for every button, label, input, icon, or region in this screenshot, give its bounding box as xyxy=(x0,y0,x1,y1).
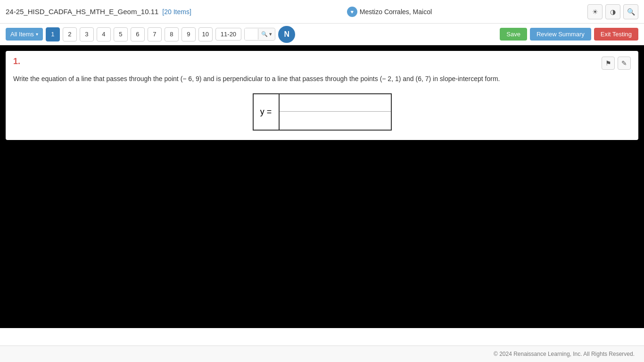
answer-area: y = xyxy=(13,93,631,131)
accessibility-button[interactable]: ☀ xyxy=(587,4,603,19)
answer-prefix: y = xyxy=(254,94,280,130)
question-card: 1. ⚑ ✎ Write the equation of a line that… xyxy=(6,51,638,140)
flag-icon: ⚑ xyxy=(605,59,611,67)
user-badge: ♥ Mestizo Corrales, Maicol xyxy=(347,7,432,17)
contrast-button[interactable]: ◑ xyxy=(605,4,620,19)
topbar-left: 24-25_HISD_CADFA_HS_MTH_E_Geom_10.11 [20… xyxy=(6,8,191,16)
chevron-down-icon: ▾ xyxy=(36,32,38,37)
page-button-6[interactable]: 6 xyxy=(131,27,145,41)
exit-testing-button[interactable]: Exit Testing xyxy=(594,28,638,41)
question-area: 1. ⚑ ✎ Write the equation of a line that… xyxy=(0,45,644,328)
question-header: 1. ⚑ ✎ xyxy=(13,57,631,70)
search-dropdown-button[interactable]: 🔍 ▾ xyxy=(258,29,275,40)
question-text: Write the equation of a line that passes… xyxy=(13,74,631,84)
review-summary-button[interactable]: Review Summary xyxy=(530,28,591,41)
all-items-button[interactable]: All Items ▾ xyxy=(6,28,43,41)
nav-bar: All Items ▾ 1 2 3 4 5 6 7 8 9 10 11-20 🔍… xyxy=(0,24,644,45)
range-button[interactable]: 11-20 xyxy=(215,28,241,41)
next-icon: N xyxy=(284,30,289,39)
question-icons: ⚑ ✎ xyxy=(602,57,631,70)
top-bar: 24-25_HISD_CADFA_HS_MTH_E_Geom_10.11 [20… xyxy=(0,0,644,24)
next-button[interactable]: N xyxy=(278,26,295,43)
page-button-7[interactable]: 7 xyxy=(148,27,162,41)
zoom-button[interactable]: 🔍 xyxy=(623,4,638,19)
answer-box: y = xyxy=(253,93,392,131)
page-button-9[interactable]: 9 xyxy=(182,27,196,41)
search-chevron-icon: ▾ xyxy=(269,31,272,37)
accessibility-icon: ☀ xyxy=(592,8,598,16)
all-items-label: All Items xyxy=(10,31,34,38)
search-icon: 🔍 xyxy=(261,31,268,37)
item-count: [20 Items] xyxy=(162,8,191,16)
right-nav-buttons: Save Review Summary Exit Testing xyxy=(500,28,638,41)
answer-numerator-input[interactable] xyxy=(280,94,391,112)
copyright-text: © 2024 Renaissance Learning, Inc. All Ri… xyxy=(494,351,635,357)
edit-icon: ✎ xyxy=(621,59,627,67)
question-number: 1. xyxy=(13,57,20,66)
flag-button[interactable]: ⚑ xyxy=(602,57,615,70)
page-button-5[interactable]: 5 xyxy=(114,27,128,41)
answer-denominator-input[interactable] xyxy=(280,112,391,129)
page-button-4[interactable]: 4 xyxy=(97,27,111,41)
page-button-2[interactable]: 2 xyxy=(63,27,77,41)
contrast-icon: ◑ xyxy=(610,8,616,16)
topbar-right: ☀ ◑ 🔍 xyxy=(587,4,638,19)
edit-button[interactable]: ✎ xyxy=(618,57,631,70)
search-group: 🔍 ▾ xyxy=(244,28,275,41)
search-input[interactable] xyxy=(245,28,258,40)
footer: © 2024 Renaissance Learning, Inc. All Ri… xyxy=(0,346,644,362)
user-name: Mestizo Corrales, Maicol xyxy=(360,8,432,16)
topbar-center: ♥ Mestizo Corrales, Maicol xyxy=(347,7,432,17)
answer-right xyxy=(280,94,391,130)
page-button-8[interactable]: 8 xyxy=(165,27,179,41)
user-avatar-icon: ♥ xyxy=(347,7,357,17)
zoom-icon: 🔍 xyxy=(627,8,635,16)
test-title: 24-25_HISD_CADFA_HS_MTH_E_Geom_10.11 xyxy=(6,8,158,16)
page-button-1[interactable]: 1 xyxy=(46,27,60,41)
page-button-3[interactable]: 3 xyxy=(80,27,94,41)
save-button[interactable]: Save xyxy=(500,28,527,41)
page-button-10[interactable]: 10 xyxy=(198,27,213,41)
